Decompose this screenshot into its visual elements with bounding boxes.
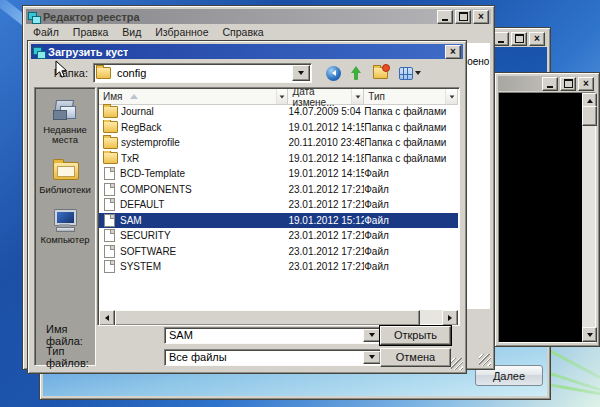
folder-icon	[103, 137, 118, 149]
file-row[interactable]: TxR19.01.2012 14:18Папка с файлами	[99, 151, 458, 167]
resize-grip[interactable]	[479, 354, 491, 366]
minimize-button[interactable]	[437, 10, 453, 24]
file-name: Journal	[121, 106, 154, 117]
name-filter-button[interactable]	[277, 89, 289, 104]
maximize-icon	[459, 12, 468, 21]
file-name: SOFTWARE	[120, 246, 176, 257]
place-recent[interactable]: Недавние места	[35, 98, 95, 145]
maximize-button[interactable]	[511, 32, 527, 46]
file-row[interactable]: BCD-Template19.01.2012 14:15Файл	[99, 166, 458, 182]
minimize-button[interactable]	[493, 32, 509, 46]
close-button[interactable]: ×	[578, 77, 594, 91]
menu-edit[interactable]: Правка	[66, 26, 115, 38]
folder-combobox[interactable]: config	[93, 63, 312, 83]
close-icon: ×	[534, 34, 540, 44]
file-row[interactable]: RegBack19.01.2012 14:15Папка с файлами	[99, 120, 458, 136]
scrollbar-thumb[interactable]	[582, 106, 597, 126]
file-date: 23.01.2012 17:21	[288, 228, 364, 244]
place-computer[interactable]: Компьютер	[35, 208, 95, 245]
file-icon	[104, 198, 115, 211]
list-header: Имя Дата измене... Тип	[99, 89, 458, 105]
file-row[interactable]: SYSTEM23.01.2012 17:21Файл	[99, 259, 458, 275]
file-type: Папка с файлами	[364, 151, 458, 167]
load-hive-dialog: Загрузить куст × Папка: config Недавние …	[27, 40, 467, 374]
scroll-down-button[interactable]	[582, 327, 597, 342]
menu-help[interactable]: Справка	[216, 26, 271, 38]
folder-dropdown-button[interactable]	[292, 65, 310, 81]
file-type: Папка с файлами	[364, 135, 458, 151]
filetype-label: Тип файлов:	[46, 345, 106, 369]
filename-value: SAM	[169, 329, 193, 341]
maximize-button[interactable]	[455, 10, 471, 24]
filetype-combobox[interactable]: Все файлы	[164, 349, 383, 366]
vertical-scrollbar[interactable]	[582, 93, 595, 342]
file-name: TxR	[121, 153, 139, 164]
chevron-down-icon	[298, 71, 304, 75]
folder-icon	[103, 106, 118, 118]
cancel-button[interactable]: Отмена	[380, 348, 451, 367]
column-header-type[interactable]: Тип	[364, 89, 446, 104]
place-libraries[interactable]: Библиотеки	[35, 158, 95, 195]
close-button[interactable]: ×	[473, 10, 489, 24]
menu-favorites[interactable]: Избранное	[148, 26, 215, 38]
close-icon: ×	[450, 47, 456, 57]
file-type: Файл	[364, 228, 458, 244]
dialog-titlebar: Загрузить куст ×	[31, 44, 463, 59]
file-row[interactable]: systemprofile20.11.2010 23:48Папка с фай…	[99, 135, 458, 151]
cmd-console-area[interactable]	[498, 92, 596, 343]
file-name: DEFAULT	[120, 199, 164, 210]
file-date: 23.01.2012 17:21	[288, 244, 364, 260]
up-one-level-icon[interactable]	[349, 66, 363, 81]
filename-dropdown-button[interactable]	[363, 329, 381, 342]
file-type: Папка с файлами	[364, 104, 458, 120]
file-date: 19.01.2012 14:18	[288, 151, 364, 167]
menu-view[interactable]: Вид	[115, 26, 148, 38]
filename-label: Имя файла:	[46, 323, 106, 347]
new-badge-icon	[382, 64, 390, 72]
folder-row: Папка: config	[46, 63, 458, 83]
file-row[interactable]: SOFTWARE23.01.2012 17:21Файл	[99, 244, 458, 260]
dialog-toolbar	[326, 66, 421, 81]
folder-icon	[96, 67, 111, 79]
column-header-name[interactable]: Имя	[99, 89, 277, 104]
filter-icon	[449, 95, 454, 98]
new-folder-icon[interactable]	[373, 67, 388, 79]
scrollbar-thumb[interactable]	[115, 310, 420, 326]
filetype-row: Тип файлов: Все файлы Отмена	[46, 348, 458, 366]
file-row[interactable]: COMPONENTS23.01.2012 17:21Файл	[99, 182, 458, 198]
file-name: RegBack	[121, 122, 162, 133]
regedit-title: Редактор реестра	[43, 11, 140, 23]
minimize-button[interactable]	[542, 77, 558, 91]
views-icon[interactable]	[399, 67, 421, 80]
maximize-button[interactable]	[560, 77, 576, 91]
close-button[interactable]: ×	[529, 32, 545, 46]
file-row[interactable]: DEFAULT23.01.2012 17:21Файл	[99, 197, 458, 213]
file-type: Файл	[364, 259, 458, 275]
filename-combobox[interactable]: SAM	[164, 327, 383, 344]
scroll-right-button[interactable]	[442, 310, 458, 326]
file-icon	[104, 167, 115, 180]
filter-icon	[280, 95, 285, 98]
close-button[interactable]: ×	[445, 45, 461, 59]
open-button[interactable]: Открыть	[380, 326, 451, 345]
regedit-titlebar: Редактор реестра ×	[26, 9, 491, 24]
file-type: Файл	[364, 182, 458, 198]
file-type: Файл	[364, 213, 458, 229]
back-icon[interactable]	[326, 66, 341, 81]
chevron-down-icon	[415, 71, 421, 75]
file-row[interactable]: SAM19.01.2012 15:12Файл	[99, 213, 458, 229]
regedit-icon	[28, 11, 40, 23]
resize-grip[interactable]	[451, 358, 463, 370]
type-filter-button[interactable]	[446, 89, 458, 104]
cmd-titlebar: ×	[498, 76, 596, 91]
date-filter-button[interactable]	[352, 89, 364, 104]
file-row[interactable]: SECURITY23.01.2012 17:21Файл	[99, 228, 458, 244]
maximize-icon	[515, 34, 524, 43]
filetype-dropdown-button[interactable]	[363, 351, 381, 364]
column-header-date[interactable]: Дата измене...	[288, 89, 352, 104]
place-label: Компьютер	[40, 235, 89, 245]
file-name: systemprofile	[121, 137, 180, 148]
file-row[interactable]: Journal14.07.2009 5:04Папка с файлами	[99, 104, 458, 120]
menu-file[interactable]: Файл	[26, 26, 66, 38]
horizontal-scrollbar[interactable]	[99, 310, 458, 324]
